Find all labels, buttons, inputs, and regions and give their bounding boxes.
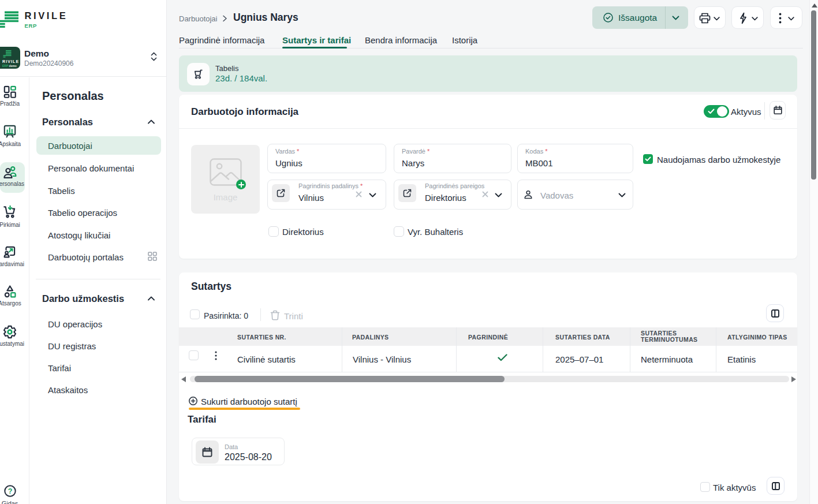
svg-text:ERP demo: ERP demo (2, 64, 17, 68)
svg-text:RIVILE: RIVILE (25, 10, 68, 21)
svg-text:RIVILE: RIVILE (2, 59, 19, 64)
svg-text:ERP: ERP (25, 23, 37, 29)
svg-text:?: ? (8, 487, 13, 495)
